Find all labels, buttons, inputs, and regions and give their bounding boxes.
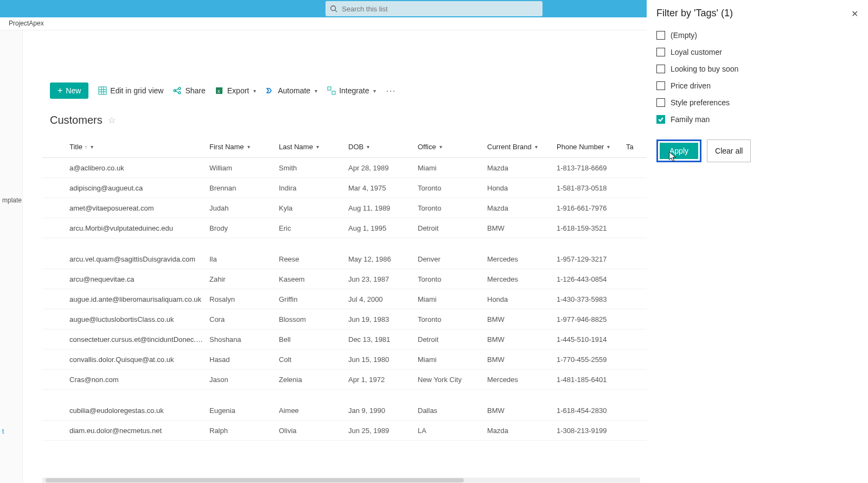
cell-title[interactable]: ⇱augue.id.ante@liberomaurisaliquam.co.uk [69, 295, 209, 303]
cell-office: New York City [418, 376, 487, 384]
cell-title[interactable]: ⇱cubilia@eudoloregestas.co.uk [69, 406, 209, 415]
integrate-button[interactable]: Integrate▾ [327, 86, 376, 95]
cell-office: Toronto [418, 315, 487, 323]
integrate-label: Integrate [339, 86, 369, 95]
cell-dob: Apr 28, 1989 [348, 164, 418, 172]
cell-title[interactable]: ⇱convallis.dolor.Quisque@at.co.uk [69, 355, 209, 364]
search-input[interactable] [342, 5, 538, 13]
filter-option[interactable]: Price driven [656, 77, 858, 94]
chevron-down-icon: ▾ [535, 144, 538, 150]
more-button[interactable]: ⋯ [386, 85, 397, 97]
cell-title[interactable]: ⇱a@aclibero.co.uk [69, 164, 209, 172]
cell-last: Kaseem [279, 275, 348, 283]
checkbox[interactable] [656, 115, 665, 124]
cell-office: Miami [418, 295, 487, 303]
edit-grid-button[interactable]: Edit in grid view [98, 86, 163, 95]
cell-dob: May 12, 1986 [348, 255, 418, 263]
cell-brand: BMW [487, 315, 557, 323]
cell-phone: 1-770-455-2559 [557, 355, 626, 364]
cell-phone: 1-445-510-1914 [557, 335, 626, 344]
cell-title[interactable]: ⇱consectetuer.cursus.et@tinciduntDonec.c… [69, 335, 209, 344]
plus-icon: + [58, 87, 62, 94]
share-button[interactable]: Share [173, 86, 205, 95]
filter-option[interactable]: Family man [656, 111, 858, 128]
cell-dob: Dec 13, 1981 [348, 335, 418, 344]
checkbox[interactable] [656, 81, 665, 90]
cell-last: Indira [279, 184, 348, 192]
col-title[interactable]: Title↑▾ [69, 143, 209, 151]
cell-title[interactable]: ⇱arcu.Morbi@vulputateduinec.edu [69, 224, 209, 232]
cell-first: Jason [209, 376, 279, 384]
cell-title[interactable]: ⇱diam.eu.dolor@necmetus.net [69, 427, 209, 435]
cell-phone: 1-126-443-0854 [557, 275, 626, 283]
cell-title[interactable]: ⇱amet@vitaeposuereat.com [69, 204, 209, 212]
filter-title: Filter by 'Tags' (1) [656, 8, 858, 19]
cell-dob: Mar 4, 1975 [348, 184, 418, 192]
scrollbar-thumb[interactable] [46, 478, 464, 482]
star-icon[interactable]: ☆ [108, 115, 116, 125]
cell-brand: BMW [487, 335, 557, 344]
col-first[interactable]: First Name▾ [209, 143, 279, 151]
cell-title[interactable]: ⇱Cras@non.com [69, 376, 209, 384]
leftnav-item[interactable]: t [0, 424, 22, 438]
close-icon[interactable]: ✕ [851, 9, 858, 19]
cell-phone: 1-618-159-3521 [557, 224, 626, 232]
cell-title[interactable]: ⇱augue@luctuslobortisClass.co.uk [69, 315, 209, 323]
cell-first: Hasad [209, 355, 279, 364]
edit-grid-label: Edit in grid view [110, 86, 163, 95]
cell-phone: 1-481-185-6401 [557, 376, 626, 384]
checkbox[interactable] [656, 31, 665, 40]
grid-icon [98, 86, 107, 95]
col-brand[interactable]: Current Brand▾ [487, 143, 557, 151]
apply-button[interactable]: Apply [660, 143, 698, 159]
automate-button[interactable]: Automate▾ [266, 86, 317, 95]
filter-option[interactable]: Loyal customer [656, 43, 858, 60]
filter-option-label: Style preferences [671, 98, 730, 107]
cell-title[interactable]: ⇱arcu@nequevitae.ca [69, 275, 209, 283]
cell-office: Miami [418, 355, 487, 364]
excel-icon: x [215, 86, 224, 95]
cell-brand: Mercedes [487, 275, 557, 283]
horizontal-scrollbar[interactable] [42, 478, 640, 483]
cell-brand: Mazda [487, 164, 557, 172]
cell-first: Eugenia [209, 406, 279, 415]
cell-title[interactable]: ⇱adipiscing@augueut.ca [69, 184, 209, 192]
cell-last: Eric [279, 224, 348, 232]
cell-last: Griffin [279, 295, 348, 303]
col-phone[interactable]: Phone Number▾ [557, 143, 626, 151]
cell-last: Blossom [279, 315, 348, 323]
col-office[interactable]: Office▾ [418, 143, 487, 151]
cell-dob: Apr 1, 1972 [348, 376, 418, 384]
cell-phone: 1-813-718-6669 [557, 164, 626, 172]
cell-brand: Mazda [487, 427, 557, 435]
svg-rect-13 [332, 91, 335, 94]
filter-option[interactable]: Style preferences [656, 94, 858, 111]
filter-panel: Filter by 'Tags' (1) ✕ (Empty)Loyal cust… [647, 0, 868, 483]
filter-option[interactable]: Looking to buy soon [656, 60, 858, 77]
checkbox[interactable] [656, 98, 665, 107]
chevron-down-icon: ▾ [253, 88, 256, 94]
col-dob[interactable]: DOB▾ [348, 143, 418, 151]
cell-first: Cora [209, 315, 279, 323]
leftnav-item[interactable]: mplate [0, 193, 22, 207]
cell-phone: 1-581-873-0518 [557, 184, 626, 192]
new-button[interactable]: +New [50, 82, 88, 99]
filter-option[interactable]: (Empty) [656, 27, 858, 43]
cell-title[interactable]: ⇱arcu.vel.quam@sagittisDuisgravida.com [69, 255, 209, 263]
cell-first: Zahir [209, 275, 279, 283]
cursor-icon [668, 151, 678, 163]
export-button[interactable]: x Export▾ [215, 86, 256, 95]
chevron-down-icon: ▾ [607, 144, 610, 150]
cell-office: Denver [418, 255, 487, 263]
search-icon [330, 5, 337, 12]
search-box[interactable] [326, 1, 542, 16]
cell-dob: Jun 23, 1987 [348, 275, 418, 283]
clear-all-button[interactable]: Clear all [707, 139, 751, 162]
checkbox[interactable] [656, 65, 665, 73]
chevron-down-icon: ▾ [91, 144, 93, 150]
cell-first: Brody [209, 224, 279, 232]
cell-last: Zelenia [279, 376, 348, 384]
checkbox[interactable] [656, 48, 665, 56]
col-last[interactable]: Last Name▾ [279, 143, 348, 151]
filter-option-label: Family man [671, 115, 710, 124]
